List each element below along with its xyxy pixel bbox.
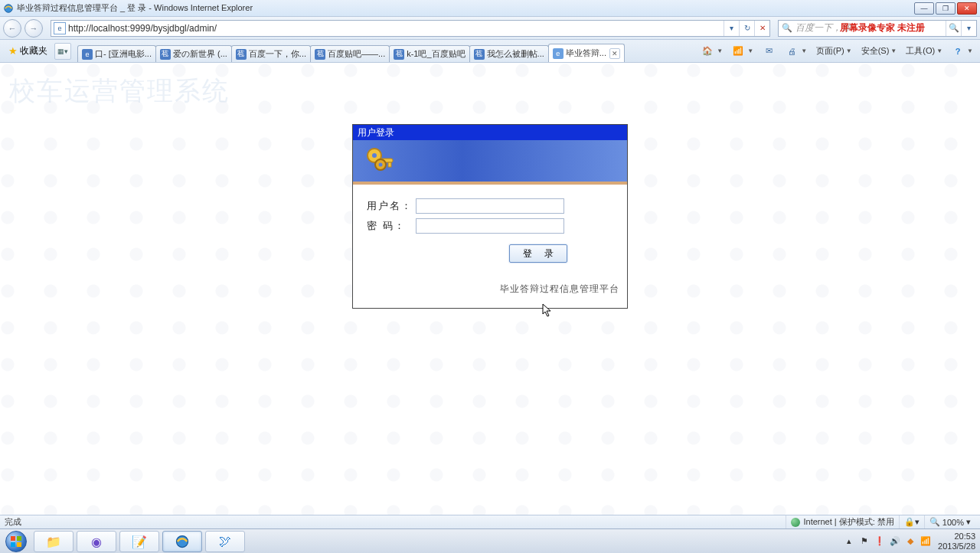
bird-icon: 🕊 xyxy=(219,535,231,548)
window-titlebar: 毕业答辩过程信息管理平台 _ 登 录 - Windows Internet Ex… xyxy=(0,0,980,17)
tab-4[interactable]: 苞k-1吧_百度贴吧 xyxy=(389,45,469,62)
home-icon: 🏠 xyxy=(701,45,714,57)
stop-button[interactable]: ✕ xyxy=(754,21,769,36)
search-dropdown[interactable]: ▾ xyxy=(961,21,976,36)
close-button[interactable]: ✕ xyxy=(957,2,977,15)
task-explorer[interactable]: 📁 xyxy=(34,531,74,552)
folder-icon: 📁 xyxy=(46,535,61,549)
favorites-label: 收藏夹 xyxy=(20,44,47,57)
login-form: 用户名： 密 码： 登 录 xyxy=(353,185,627,273)
password-label: 密 码： xyxy=(367,219,416,233)
tab-icon: e xyxy=(82,49,93,60)
status-text: 完成 xyxy=(5,516,21,528)
watermark-text: 屏幕录像专家 未注册 xyxy=(840,21,925,34)
tab-icon: e xyxy=(553,48,564,59)
url-input[interactable] xyxy=(68,21,724,35)
username-input[interactable] xyxy=(416,198,564,214)
tab-icon: 苞 xyxy=(160,49,171,60)
tab-5[interactable]: 苞我怎么被删帖... xyxy=(469,45,549,62)
favorites-button[interactable]: ★ 收藏夹 xyxy=(3,43,53,60)
task-notes[interactable]: 📝 xyxy=(119,531,159,552)
tab-icon: 苞 xyxy=(315,49,325,60)
back-button[interactable]: ← xyxy=(3,19,21,38)
rss-icon: 📶 xyxy=(732,45,744,57)
notes-icon: 📝 xyxy=(132,535,147,549)
task-ie[interactable] xyxy=(162,531,202,552)
safety-menu[interactable]: 安全(S)▼ xyxy=(858,43,901,60)
search-box[interactable]: 🔍 百度一下，你 屏幕录像专家 未注册 🔍 ▾ xyxy=(778,20,977,37)
favorites-bar: ★ 收藏夹 ▦▾ e口- [亚洲电影... 苞爱の新世界 (... 苞百度一下，… xyxy=(0,40,980,63)
mail-button[interactable]: ✉ xyxy=(759,43,780,60)
popup-blocker[interactable]: 🔒▾ xyxy=(899,515,924,528)
taskbar: 📁 ◉ 📝 🕊 ▴ ⚑ ❗ 🔊 ◆ 📶 20:53 2013/5/28 xyxy=(0,528,980,553)
maximize-button[interactable]: ❐ xyxy=(936,2,956,15)
tab-6-active[interactable]: e毕业答辩...✕ xyxy=(548,44,625,62)
zoom-control[interactable]: 🔍 100% ▾ xyxy=(924,515,975,528)
username-row: 用户名： xyxy=(367,198,618,214)
status-bar: 完成 Internet | 保护模式: 禁用 🔒▾ 🔍 100% ▾ xyxy=(0,515,980,528)
tab-1[interactable]: 苞爱の新世界 (... xyxy=(155,45,232,62)
tray-shield-icon[interactable]: ❗ xyxy=(874,535,886,548)
tab-2[interactable]: 苞百度一下，你... xyxy=(231,45,311,62)
keys-icon xyxy=(364,145,397,178)
ie-icon xyxy=(3,3,14,14)
tab-icon: 苞 xyxy=(394,49,404,60)
help-button[interactable]: ?▼ xyxy=(948,43,977,60)
search-button[interactable]: 🔍 xyxy=(946,21,961,36)
globe-icon xyxy=(791,518,800,527)
tab-strip: e口- [亚洲电影... 苞爱の新世界 (... 苞百度一下，你... 苞百度贴… xyxy=(77,40,624,62)
help-icon: ? xyxy=(952,45,964,57)
task-app-1[interactable]: ◉ xyxy=(77,531,116,552)
svg-rect-4 xyxy=(388,162,391,167)
system-tray: ▴ ⚑ ❗ 🔊 ◆ 📶 20:53 2013/5/28 xyxy=(837,529,980,553)
tab-icon: 苞 xyxy=(474,49,485,60)
svg-point-6 xyxy=(379,163,383,167)
start-button[interactable] xyxy=(0,529,32,553)
tray-app-icon[interactable]: ◆ xyxy=(904,535,916,548)
search-provider-icon[interactable]: 🔍 xyxy=(780,21,794,35)
login-title: 用户登录 xyxy=(353,125,627,140)
star-icon: ★ xyxy=(8,45,18,57)
tray-flag-icon[interactable]: ⚑ xyxy=(858,535,871,548)
tools-menu[interactable]: 工具(O)▼ xyxy=(902,43,946,60)
tab-icon: 苞 xyxy=(236,49,247,60)
quick-tabs-button[interactable]: ▦▾ xyxy=(54,43,71,60)
page-content: 校车运营管理系统 用户登录 用户名： 密 码： 登 录 xyxy=(0,63,980,515)
password-input[interactable] xyxy=(416,218,564,234)
window-title: 毕业答辩过程信息管理平台 _ 登 录 - Windows Internet Ex… xyxy=(17,2,253,14)
ghost-title: 校车运营管理系统 xyxy=(9,74,230,109)
minimize-button[interactable]: — xyxy=(914,2,934,15)
tray-signal-icon[interactable]: 📶 xyxy=(920,535,932,548)
username-label: 用户名： xyxy=(367,199,416,213)
svg-rect-10 xyxy=(17,542,21,547)
page-icon: e xyxy=(54,22,66,34)
security-zone[interactable]: Internet | 保护模式: 禁用 xyxy=(786,515,898,528)
svg-rect-9 xyxy=(11,542,15,547)
home-button[interactable]: 🏠▼ xyxy=(697,43,727,60)
tray-clock[interactable]: 20:53 2013/5/28 xyxy=(938,532,975,550)
url-dropdown[interactable]: ▾ xyxy=(724,21,739,36)
svg-rect-7 xyxy=(11,536,15,541)
login-footer: 毕业答辩过程信息管理平台 xyxy=(353,273,627,308)
address-bar[interactable]: e ▾ ↻ ✕ xyxy=(51,20,770,37)
login-panel: 用户登录 用户名： 密 码： 登 录 毕业答辩 xyxy=(352,124,628,309)
app-icon: ◉ xyxy=(91,535,102,549)
tray-network-icon[interactable]: 🔊 xyxy=(889,535,901,548)
command-bar: 🏠▼ 📶▼ ✉ 🖨▼ 页面(P)▼ 安全(S)▼ 工具(O)▼ ?▼ xyxy=(697,43,977,60)
feeds-button[interactable]: 📶▼ xyxy=(728,43,757,60)
forward-button[interactable]: → xyxy=(24,19,43,38)
tab-3[interactable]: 苞百度贴吧——... xyxy=(310,45,390,62)
tab-close-button[interactable]: ✕ xyxy=(609,48,620,59)
task-app-2[interactable]: 🕊 xyxy=(205,531,245,552)
refresh-button[interactable]: ↻ xyxy=(739,21,754,36)
print-button[interactable]: 🖨▼ xyxy=(782,43,811,60)
page-menu[interactable]: 页面(P)▼ xyxy=(812,43,856,60)
svg-point-2 xyxy=(372,153,377,158)
svg-rect-8 xyxy=(17,536,21,541)
password-row: 密 码： xyxy=(367,218,618,234)
tray-up-icon[interactable]: ▴ xyxy=(843,535,855,548)
mail-icon: ✉ xyxy=(763,45,775,57)
tab-0[interactable]: e口- [亚洲电影... xyxy=(77,45,156,62)
ie-icon xyxy=(175,534,190,549)
login-button[interactable]: 登 录 xyxy=(509,244,567,263)
